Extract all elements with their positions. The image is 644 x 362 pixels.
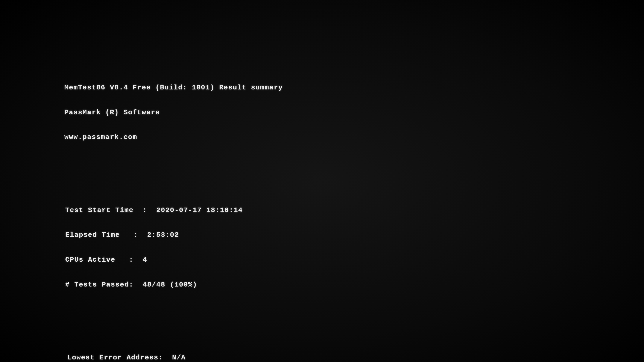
tests-passed-value: 48/48 (100%) xyxy=(142,281,197,289)
lowest-error-value: N/A xyxy=(172,354,186,362)
header-block: MemTest86 V8.4 Free (Build: 1001) Result… xyxy=(64,67,644,158)
cpus-label: CPUs Active : xyxy=(65,256,142,264)
elapsed-label: Elapsed Time : xyxy=(65,231,147,239)
elapsed-value: 2:53:02 xyxy=(147,231,179,239)
cpus-row: CPUs Active : 4 xyxy=(65,255,644,264)
lowest-error-label: Lowest Error Address: xyxy=(68,354,172,362)
test-start-row: Test Start Time : 2020-07-17 18:16:14 xyxy=(65,206,644,215)
test-start-label: Test Start Time : xyxy=(65,206,156,214)
url-line: www.passmark.com xyxy=(64,133,644,142)
error-info-block: Lowest Error Address: N/A Highest Error … xyxy=(68,337,644,362)
vendor-line: PassMark (R) Software xyxy=(64,108,644,117)
test-info-block: Test Start Time : 2020-07-17 18:16:14 El… xyxy=(65,190,644,305)
elapsed-row: Elapsed Time : 2:53:02 xyxy=(65,231,644,240)
title-line: MemTest86 V8.4 Free (Build: 1001) Result… xyxy=(64,83,644,92)
cpus-value: 4 xyxy=(142,256,147,264)
lowest-error-row: Lowest Error Address: N/A xyxy=(68,353,644,362)
test-start-value: 2020-07-17 18:16:14 xyxy=(156,206,243,214)
tests-passed-row: # Tests Passed: 48/48 (100%) xyxy=(65,280,644,289)
tests-passed-label: # Tests Passed: xyxy=(65,281,142,289)
memtest-result-screen: MemTest86 V8.4 Free (Build: 1001) Result… xyxy=(0,0,644,362)
